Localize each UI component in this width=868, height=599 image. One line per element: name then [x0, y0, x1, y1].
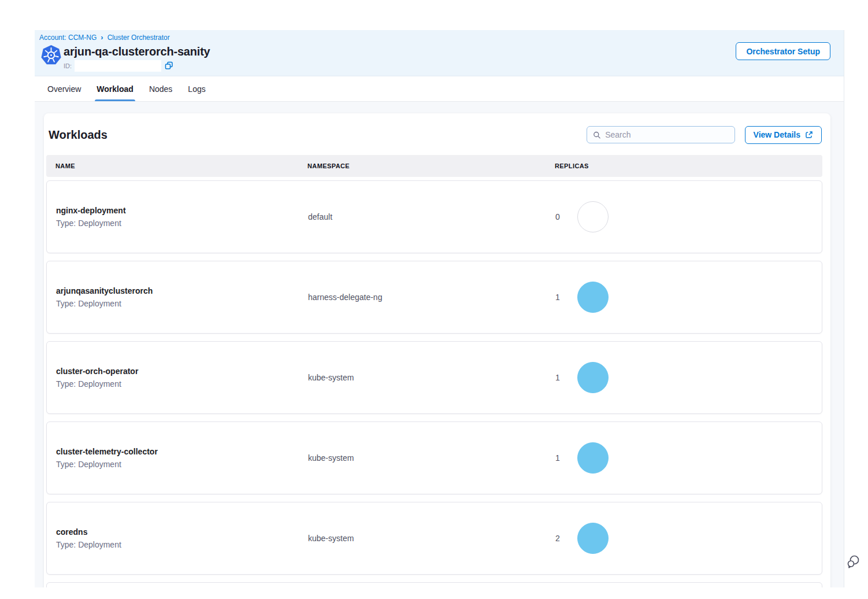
column-header-replicas: REPLICAS [555, 162, 822, 169]
replica-count: 1 [555, 453, 568, 463]
workload-replicas-cell: 2 [555, 523, 822, 554]
workload-type: Type: Deployment [56, 460, 308, 469]
workload-namespace: kube-system [308, 373, 555, 382]
replica-status-circle [577, 362, 609, 393]
entity-id-row: ID: [64, 60, 173, 72]
external-link-icon [805, 131, 813, 139]
workload-replicas-cell: 1 [555, 362, 822, 393]
workloads-actions: View Details [587, 126, 822, 144]
table-header: NAME NAMESPACE REPLICAS [46, 155, 822, 177]
tab-overview[interactable]: Overview [47, 76, 81, 101]
workload-namespace: kube-system [308, 534, 555, 543]
workload-name: arjunqasanityclusterorch [56, 286, 308, 295]
chat-bubbles-icon [845, 554, 860, 569]
tab-bar: Overview Workload Nodes Logs [35, 76, 844, 102]
copy-icon[interactable] [164, 61, 173, 71]
workloads-content: Workloads View Details [35, 102, 844, 587]
view-details-button[interactable]: View Details [745, 126, 822, 144]
workload-namespace: harness-delegate-ng [308, 293, 555, 302]
replica-count: 0 [555, 212, 568, 221]
workload-type: Type: Deployment [56, 299, 308, 308]
page-title: arjun-qa-clusterorch-sanity [64, 45, 210, 58]
workload-name: nginx-deployment [56, 206, 308, 215]
workload-name-cell: cluster-orch-operator Type: Deployment [56, 367, 308, 389]
replica-status-circle [577, 282, 609, 313]
table-row-partial[interactable] [46, 582, 822, 587]
replica-status-circle [577, 442, 609, 474]
tab-workload[interactable]: Workload [97, 76, 133, 101]
page-header: Account: CCM-NG › Cluster Orchestrator a… [35, 30, 844, 76]
replica-count: 2 [555, 534, 568, 543]
replica-count: 1 [555, 293, 568, 302]
workload-type: Type: Deployment [56, 540, 308, 549]
search-input[interactable] [605, 130, 728, 139]
column-header-name: NAME [55, 162, 307, 169]
kubernetes-icon [40, 45, 62, 66]
workload-name: cluster-telemetry-collector [56, 447, 308, 456]
workload-name-cell: arjunqasanityclusterorch Type: Deploymen… [56, 286, 308, 308]
workloads-title: Workloads [49, 128, 107, 142]
replica-status-circle [577, 523, 609, 554]
workload-type: Type: Deployment [56, 219, 308, 228]
table-row[interactable]: nginx-deployment Type: Deployment defaul… [46, 180, 822, 253]
workload-name-cell: coredns Type: Deployment [56, 527, 308, 549]
table-row[interactable]: cluster-telemetry-collector Type: Deploy… [46, 421, 822, 494]
workload-namespace: kube-system [308, 453, 555, 463]
chevron-right-icon: › [101, 34, 103, 41]
id-value-redacted [75, 60, 161, 72]
workloads-rows: nginx-deployment Type: Deployment defaul… [46, 180, 822, 587]
search-box[interactable] [587, 126, 735, 143]
breadcrumb-account-link[interactable]: Account: CCM-NG [39, 34, 97, 42]
view-details-label: View Details [754, 130, 800, 139]
orchestrator-setup-button[interactable]: Orchestrator Setup [736, 42, 830, 60]
replica-count: 1 [555, 373, 568, 382]
tab-nodes[interactable]: Nodes [149, 76, 172, 101]
breadcrumb-section-link[interactable]: Cluster Orchestrator [107, 34, 170, 42]
chat-widget-button[interactable] [845, 554, 860, 569]
workload-replicas-cell: 0 [555, 201, 822, 232]
workload-name-cell: cluster-telemetry-collector Type: Deploy… [56, 447, 308, 469]
workloads-card-header: Workloads View Details [49, 126, 822, 143]
workload-replicas-cell: 1 [555, 282, 822, 313]
workload-namespace: default [308, 212, 555, 221]
replica-status-circle [577, 201, 609, 232]
workload-replicas-cell: 1 [555, 442, 822, 474]
table-row[interactable]: coredns Type: Deployment kube-system 2 [46, 502, 822, 575]
workloads-card: Workloads View Details [44, 113, 830, 587]
table-row[interactable]: arjunqasanityclusterorch Type: Deploymen… [46, 261, 822, 334]
id-label: ID: [64, 62, 72, 69]
tab-logs[interactable]: Logs [188, 76, 205, 101]
cluster-orchestrator-page: Account: CCM-NG › Cluster Orchestrator a… [35, 30, 844, 587]
table-row[interactable]: cluster-orch-operator Type: Deployment k… [46, 341, 822, 414]
workload-name-cell: nginx-deployment Type: Deployment [56, 206, 308, 228]
column-header-namespace: NAMESPACE [307, 162, 555, 169]
workload-name: coredns [56, 527, 308, 537]
search-icon [593, 131, 601, 139]
workload-name: cluster-orch-operator [56, 367, 308, 376]
workload-type: Type: Deployment [56, 379, 308, 389]
breadcrumb: Account: CCM-NG › Cluster Orchestrator [39, 34, 170, 42]
